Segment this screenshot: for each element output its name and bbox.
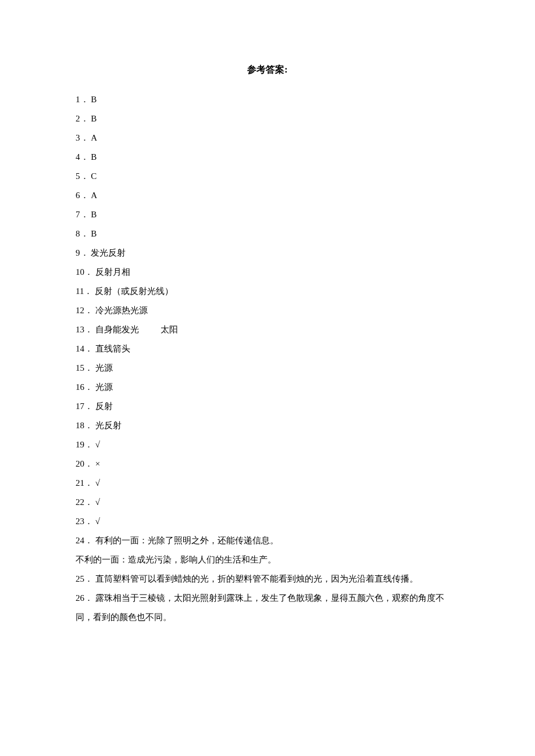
answer-text: 光反射 (95, 416, 122, 435)
answer-text: A (91, 128, 97, 148)
answer-num: 19． (76, 440, 93, 449)
answer-text: 反射月相 (95, 263, 130, 282)
answer-num: 21． (76, 478, 93, 488)
answer-text: 发光反射 (91, 243, 126, 263)
answer-text: 光源 (95, 359, 113, 378)
answer-num: 6． (76, 191, 89, 200)
page-title: 参考答案: (76, 64, 459, 76)
answer-num: 17． (76, 402, 93, 411)
answer-num: 1． (76, 95, 89, 104)
answer-num: 8． (76, 229, 89, 238)
answer-num: 2． (76, 114, 89, 123)
answer-num: 3． (76, 133, 89, 142)
answer-line: 6． A (76, 186, 459, 205)
answer-num: 5． (76, 171, 89, 181)
answer-line: 1． B (76, 90, 459, 109)
answer-line: 20． × (76, 454, 459, 474)
answer-line: 4． B (76, 148, 459, 167)
answer-line: 16． 光源 (76, 378, 459, 397)
answer-text: B (91, 205, 97, 224)
answer-line: 3． A (76, 128, 459, 148)
answer-num: 12． (76, 306, 93, 315)
answer-text: 反射（或反射光线） (95, 282, 173, 301)
answer-line: 23． √ (76, 512, 459, 531)
answer-line: 14． 直线箭头 (76, 339, 459, 359)
answer-line: 21． √ (76, 474, 459, 493)
answer-text: 有利的一面：光除了照明之外，还能传递信息。 (95, 531, 279, 550)
answer-num: 20． (76, 459, 93, 468)
extra-line: 26． 露珠相当于三棱镜，太阳光照射到露珠上，发生了色散现象，显得五颜六色，观察… (76, 589, 459, 627)
answer-line: 10． 反射月相 (76, 263, 459, 282)
answer-text: B (91, 109, 97, 128)
extra-line: 25． 直筒塑料管可以看到蜡烛的光，折的塑料管不能看到烛的光，因为光沿着直线传播… (76, 569, 459, 589)
answer-line: 7． B (76, 205, 459, 224)
answer-line: 8． B (76, 224, 459, 243)
answer-line: 18． 光反射 (76, 416, 459, 435)
answer-line: 15． 光源 (76, 359, 459, 378)
answer-line: 22． √ (76, 493, 459, 512)
answer-text: B (91, 90, 97, 109)
answer-text: C (91, 167, 97, 186)
answer-num: 10． (76, 267, 93, 277)
answer-text: √ (95, 435, 100, 454)
answer-text: B (91, 224, 97, 243)
answer-num: 24． (76, 536, 93, 545)
answer-num: 18． (76, 421, 93, 430)
answer-text: √ (95, 474, 100, 493)
answer-num: 9． (76, 248, 89, 257)
answer-line: 11． 反射（或反射光线） (76, 282, 459, 301)
answer-line: 12． 冷光源热光源 (76, 301, 459, 320)
answer-text: 直线箭头 (95, 339, 130, 359)
answer-text: √ (95, 493, 100, 512)
answer-num: 11． (76, 286, 92, 296)
answer-text: A (91, 186, 97, 205)
answer-num: 15． (76, 363, 93, 372)
answer-text: × (95, 454, 100, 474)
answer-line: 19． √ (76, 435, 459, 454)
answer-num: 4． (76, 152, 89, 162)
answer-num: 7． (76, 210, 89, 219)
answer-line: 5． C (76, 167, 459, 186)
answer-text: √ (95, 512, 100, 531)
answer-line: 9． 发光反射 (76, 243, 459, 263)
answer-text: 自身能发光 太阳 (95, 320, 179, 339)
answer-text: B (91, 148, 97, 167)
answer-num: 14． (76, 344, 93, 353)
answer-text: 反射 (95, 397, 113, 416)
answer-num: 13． (76, 325, 93, 334)
answer-line: 24． 有利的一面：光除了照明之外，还能传递信息。 (76, 531, 459, 550)
document-page: 参考答案: 1． B 2． B 3． A 4． B 5． C 6． A 7． B… (0, 0, 535, 673)
answer-text: 冷光源热光源 (95, 301, 148, 320)
answer-text: 光源 (95, 378, 113, 397)
answer-num: 22． (76, 497, 93, 507)
answer-line: 2． B (76, 109, 459, 128)
extra-line: 不利的一面：造成光污染，影响人们的生活和生产。 (76, 550, 459, 569)
answer-line: 13． 自身能发光 太阳 (76, 320, 459, 339)
answer-num: 23． (76, 517, 93, 526)
answer-line: 17． 反射 (76, 397, 459, 416)
answer-num: 16． (76, 382, 93, 392)
